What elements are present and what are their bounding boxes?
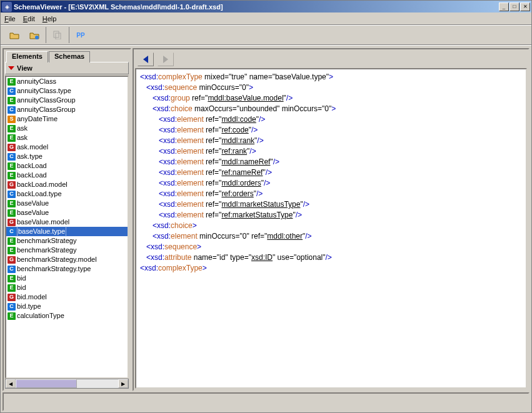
ref-link[interactable]: mddl:orders — [221, 179, 261, 187]
tree-item[interactable]: Gask.model — [6, 142, 128, 152]
type-badge-e-icon: E — [8, 134, 16, 142]
type-badge-g-icon: G — [8, 294, 16, 301]
tree-item[interactable]: Eask — [6, 124, 128, 133]
type-badge-s-icon: S — [8, 116, 16, 123]
type-badge-g-icon: G — [8, 256, 16, 264]
tree-item[interactable]: Cask.type — [6, 152, 128, 161]
main-area: Elements Schemas View EannuityClassCannu… — [1, 45, 531, 391]
code-line: <xsd:element ref="mddl:marketStatusType"… — [140, 199, 522, 210]
minimize-button[interactable]: _ — [499, 2, 509, 11]
type-badge-g-icon: G — [8, 219, 16, 226]
sidebar: Elements Schemas View EannuityClassCannu… — [3, 48, 131, 391]
tree-item[interactable]: EcalculationType — [6, 311, 128, 321]
type-badge-e-icon: E — [8, 312, 16, 320]
view-label[interactable]: View — [17, 64, 33, 72]
type-badge-c-icon: C — [8, 303, 16, 311]
ref-link[interactable]: mddl:marketStatusType — [221, 200, 300, 209]
nav-bar — [135, 51, 527, 68]
tree-item[interactable]: Ebid — [6, 283, 128, 292]
view-toolbar: View — [5, 62, 129, 74]
tab-elements[interactable]: Elements — [6, 51, 48, 62]
code-line: <xsd:element ref="ref:nameRef"/> — [140, 167, 522, 178]
scroll-right-button[interactable]: ▶ — [118, 379, 128, 388]
tree-item[interactable]: EbenchmarkStrategy — [6, 246, 128, 255]
pretty-print-label: PP — [76, 32, 84, 39]
tree-item[interactable]: CannuityClassGroup — [6, 105, 128, 114]
tree-item-label: ask.model — [17, 142, 48, 152]
tree-item[interactable]: EbackLoad — [6, 171, 128, 180]
tab-schemas[interactable]: Schemas — [49, 51, 90, 62]
pretty-print-button[interactable]: PP — [72, 27, 89, 42]
tree-item[interactable]: EbackLoad — [6, 161, 128, 171]
tree-item[interactable]: CbackLoad.type — [6, 189, 128, 199]
element-tree[interactable]: EannuityClassCannuityClass.typeEannuityC… — [5, 76, 129, 379]
tree-item[interactable]: CannuityClass.type — [6, 86, 128, 96]
tree-item-label: bid — [17, 283, 26, 292]
tree-item[interactable]: Ebid — [6, 274, 128, 283]
code-line: <xsd:element minOccurs="0" ref="mddl:oth… — [140, 231, 522, 242]
ref-link[interactable]: ref:rank — [221, 147, 247, 156]
scroll-thumb[interactable] — [16, 379, 77, 388]
tree-item[interactable]: CbenchmarkStrategy.type — [6, 264, 128, 274]
nav-forward-button[interactable] — [158, 52, 174, 66]
ref-link[interactable]: ref:nameRef — [221, 168, 263, 177]
ref-link[interactable]: ref:code — [221, 126, 248, 134]
open-folder-button[interactable] — [6, 27, 23, 42]
tree-item[interactable]: Gbid.model — [6, 292, 128, 302]
type-badge-c-icon: C — [8, 87, 16, 95]
scroll-track[interactable] — [16, 379, 118, 388]
type-badge-c-icon: C — [8, 191, 16, 198]
type-badge-e-icon: E — [8, 237, 16, 245]
tree-item[interactable]: GbaseValue.model — [6, 217, 128, 227]
nav-back-button[interactable] — [138, 52, 154, 66]
sidebar-hscroll[interactable]: ◀ ▶ — [5, 379, 129, 389]
tree-item[interactable]: EannuityClass — [6, 77, 128, 86]
code-view[interactable]: <xsd:complexType mixed="true" name="base… — [135, 68, 527, 389]
menu-edit[interactable]: Edit — [23, 15, 35, 22]
menu-file[interactable]: File — [4, 15, 16, 22]
tree-item[interactable]: CbaseValue.type — [6, 227, 128, 236]
toolbar: PP — [1, 25, 531, 45]
code-line: <xsd:group ref="mddl:baseValue.model"/> — [140, 93, 522, 104]
tree-item[interactable]: SanyDateTime — [6, 114, 128, 124]
triangle-left-icon — [143, 56, 148, 63]
ref-link[interactable]: mddl:other — [267, 232, 303, 241]
type-badge-g-icon: G — [8, 144, 16, 151]
tree-item[interactable]: EbenchmarkStrategy — [6, 236, 128, 246]
ref-link[interactable]: mddl:rank — [221, 136, 254, 145]
code-line: <xsd:element ref="mddl:rank"/> — [140, 136, 522, 146]
tree-item[interactable]: EannuityClassGroup — [6, 96, 128, 105]
tree-item[interactable]: Eask — [6, 133, 128, 142]
ref-link[interactable]: xsd:ID — [251, 253, 273, 262]
content-pane: <xsd:complexType mixed="true" name="base… — [133, 48, 529, 391]
ref-link[interactable]: ref:marketStatusType — [221, 211, 293, 219]
scroll-left-button[interactable]: ◀ — [6, 379, 16, 388]
tree-item-label: ask — [17, 124, 28, 133]
tree-item[interactable]: GbackLoad.model — [6, 180, 128, 189]
tree-item-label: backLoad.type — [17, 189, 62, 199]
code-line: <xsd:element ref="mddl:code"/> — [140, 114, 522, 125]
tree-item[interactable]: GbenchmarkStrategy.model — [6, 255, 128, 264]
tree-item[interactable]: EbaseValue — [6, 208, 128, 217]
code-line: <xsd:element ref="mddl:nameRef"/> — [140, 157, 522, 167]
tree-item[interactable]: EbaseValue — [6, 199, 128, 208]
code-line: <xsd:complexType> — [140, 263, 522, 274]
svg-rect-2 — [56, 33, 61, 39]
tree-item-label: benchmarkStrategy.model — [17, 255, 97, 264]
menu-help[interactable]: Help — [43, 15, 57, 22]
tree-item-label: annuityClass.type — [17, 86, 71, 96]
copy-icon — [53, 31, 62, 39]
tree-item[interactable]: Cbid.type — [6, 302, 128, 311]
ref-link[interactable]: ref:orders — [221, 189, 253, 198]
ref-link[interactable]: mddl:code — [221, 115, 256, 124]
tree-item-label: benchmarkStrategy — [17, 236, 76, 246]
maximize-button[interactable]: □ — [509, 2, 519, 11]
copy-button[interactable] — [49, 27, 66, 42]
ref-link[interactable]: mddl:baseValue.model — [208, 94, 283, 102]
tree-item-label: annuityClassGroup — [17, 105, 76, 114]
tool-group-edit — [46, 27, 69, 43]
close-button[interactable]: ✕ — [520, 2, 530, 11]
ref-link[interactable]: mddl:nameRef — [221, 157, 270, 166]
open-folder-add-button[interactable] — [26, 27, 43, 42]
code-line: <xsd:attribute name="id" type="xsd:ID" u… — [140, 252, 522, 263]
